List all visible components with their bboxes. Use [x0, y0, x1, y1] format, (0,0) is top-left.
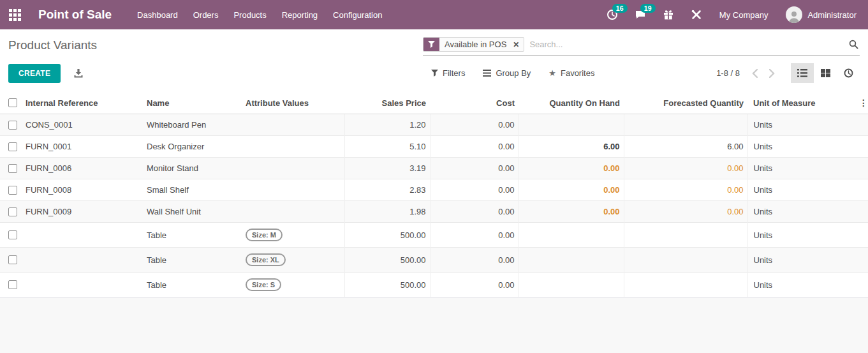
- cell-sales-price: 1.20: [344, 114, 430, 136]
- cell-cost: 0.00: [430, 179, 519, 201]
- facet-remove-icon[interactable]: ✕: [511, 38, 524, 51]
- cell-cost: 0.00: [430, 136, 519, 158]
- cell-quantity-on-hand: 0.00: [519, 158, 624, 179]
- table-row[interactable]: CONS_0001 Whiteboard Pen 1.20 0.00 Units: [0, 114, 868, 136]
- company-switcher[interactable]: My Company: [710, 10, 777, 20]
- cell-attribute-values: [242, 158, 344, 179]
- cell-attribute-values: Size: XL: [242, 248, 344, 273]
- search-input[interactable]: [524, 40, 848, 49]
- table-row[interactable]: Table Size: XL 500.00 0.00 Units: [0, 248, 868, 273]
- optional-columns-icon[interactable]: ⋮: [855, 92, 868, 114]
- activity-view-button[interactable]: [837, 63, 860, 83]
- filters-menu[interactable]: Filters: [431, 68, 465, 78]
- cell-attribute-values: [242, 201, 344, 223]
- cell-unit-of-measure: Units: [747, 273, 855, 297]
- referral-button[interactable]: [654, 0, 682, 29]
- row-checkbox[interactable]: [8, 207, 17, 216]
- attribute-value-badge: Size: M: [246, 229, 283, 241]
- cell-forecasted-quantity: [624, 223, 747, 248]
- cell-unit-of-measure: Units: [747, 248, 855, 273]
- menu-orders[interactable]: Orders: [186, 0, 226, 29]
- top-navbar: Point of Sale Dashboard Orders Products …: [0, 0, 868, 29]
- user-menu[interactable]: Administrator: [777, 6, 862, 23]
- search-icon[interactable]: [848, 40, 860, 49]
- apps-grid-icon: [9, 9, 21, 21]
- pager-previous-icon[interactable]: [746, 69, 763, 78]
- cell-attribute-values: Size: S: [242, 273, 344, 297]
- cell-internal-reference: [22, 273, 143, 297]
- menu-reporting[interactable]: Reporting: [274, 0, 325, 29]
- search-facet: Available in POS ✕: [423, 37, 524, 52]
- row-checkbox[interactable]: [8, 121, 17, 130]
- pager-next-icon[interactable]: [763, 69, 781, 78]
- table-body: CONS_0001 Whiteboard Pen 1.20 0.00 Units…: [0, 114, 868, 297]
- main-menu: Dashboard Orders Products Reporting Conf…: [129, 0, 390, 29]
- table-row[interactable]: FURN_0006 Monitor Stand 3.19 0.00 0.00 0…: [0, 158, 868, 179]
- cell-quantity-on-hand: [519, 114, 624, 136]
- cell-forecasted-quantity: 0.00: [624, 179, 747, 201]
- cell-cost: 0.00: [430, 223, 519, 248]
- create-button[interactable]: CREATE: [8, 64, 61, 83]
- search-bar: Available in POS ✕: [423, 36, 860, 56]
- table-row[interactable]: FURN_0008 Small Shelf 2.83 0.00 0.00 0.0…: [0, 179, 868, 201]
- cell-cost: 0.00: [430, 248, 519, 273]
- row-checkbox[interactable]: [8, 142, 17, 151]
- column-header-name[interactable]: Name: [143, 92, 242, 114]
- table-row[interactable]: FURN_0009 Wall Shelf Unit 1.98 0.00 0.00…: [0, 201, 868, 223]
- list-view-button[interactable]: [791, 63, 814, 83]
- cell-name: Monitor Stand: [143, 158, 242, 179]
- cell-name: Table: [143, 273, 242, 297]
- page-title: Product Variants: [8, 36, 423, 52]
- column-header-sales-price[interactable]: Sales Price: [344, 92, 430, 114]
- cell-quantity-on-hand: 0.00: [519, 201, 624, 223]
- cell-forecasted-quantity: [624, 114, 747, 136]
- cell-name: Desk Organizer: [143, 136, 242, 158]
- facet-label: Available in POS: [439, 38, 511, 51]
- column-header-unit-of-measure[interactable]: Unit of Measure: [747, 92, 855, 114]
- user-avatar: [786, 6, 802, 23]
- menu-configuration[interactable]: Configuration: [325, 0, 390, 29]
- column-header-attribute-values[interactable]: Attribute Values: [242, 92, 344, 114]
- row-checkbox[interactable]: [8, 280, 17, 289]
- attribute-value-badge: Size: XL: [246, 253, 286, 266]
- menu-products[interactable]: Products: [226, 0, 274, 29]
- group-by-menu[interactable]: Group By: [483, 68, 531, 78]
- cell-quantity-on-hand: [519, 223, 624, 248]
- row-checkbox[interactable]: [8, 186, 17, 195]
- activities-button[interactable]: 16: [598, 0, 626, 29]
- select-all-checkbox[interactable]: [8, 98, 17, 107]
- kanban-view-button[interactable]: [814, 63, 837, 83]
- column-header-cost[interactable]: Cost: [430, 92, 519, 114]
- column-header-forecasted-quantity[interactable]: Forecasted Quantity: [624, 92, 747, 114]
- apps-menu-button[interactable]: [0, 0, 29, 29]
- tools-icon: [691, 9, 702, 20]
- cell-name: Wall Shelf Unit: [143, 201, 242, 223]
- messages-button[interactable]: 19: [626, 0, 654, 29]
- row-checkbox[interactable]: [8, 255, 17, 264]
- product-variants-table: Internal Reference Name Attribute Values…: [0, 92, 868, 297]
- cell-sales-price: 2.83: [344, 179, 430, 201]
- row-checkbox[interactable]: [8, 230, 17, 239]
- app-title: Point of Sale: [38, 8, 112, 22]
- favorites-menu[interactable]: ★ Favorites: [548, 68, 594, 78]
- cell-sales-price: 3.19: [344, 158, 430, 179]
- table-row[interactable]: Table Size: M 500.00 0.00 Units: [0, 223, 868, 248]
- column-header-internal-reference[interactable]: Internal Reference: [22, 92, 143, 114]
- support-button[interactable]: [682, 0, 710, 29]
- cell-cost: 0.00: [430, 158, 519, 179]
- cell-internal-reference: FURN_0009: [22, 201, 143, 223]
- pager-range: 1-8 / 8: [716, 68, 740, 78]
- cell-internal-reference: FURN_0001: [22, 136, 143, 158]
- menu-dashboard[interactable]: Dashboard: [129, 0, 186, 29]
- group-by-icon: [483, 70, 491, 77]
- cell-unit-of-measure: Units: [747, 136, 855, 158]
- table-row[interactable]: FURN_0001 Desk Organizer 5.10 0.00 6.00 …: [0, 136, 868, 158]
- filter-facet-icon: [423, 38, 439, 51]
- export-icon[interactable]: [73, 68, 84, 79]
- column-header-quantity-on-hand[interactable]: Quantity On Hand: [519, 92, 624, 114]
- row-checkbox[interactable]: [8, 164, 17, 173]
- cell-unit-of-measure: Units: [747, 201, 855, 223]
- main-content: Product Variants Available in POS ✕ CREA…: [0, 29, 868, 297]
- table-row[interactable]: Table Size: S 500.00 0.00 Units: [0, 273, 868, 297]
- cell-name: Whiteboard Pen: [143, 114, 242, 136]
